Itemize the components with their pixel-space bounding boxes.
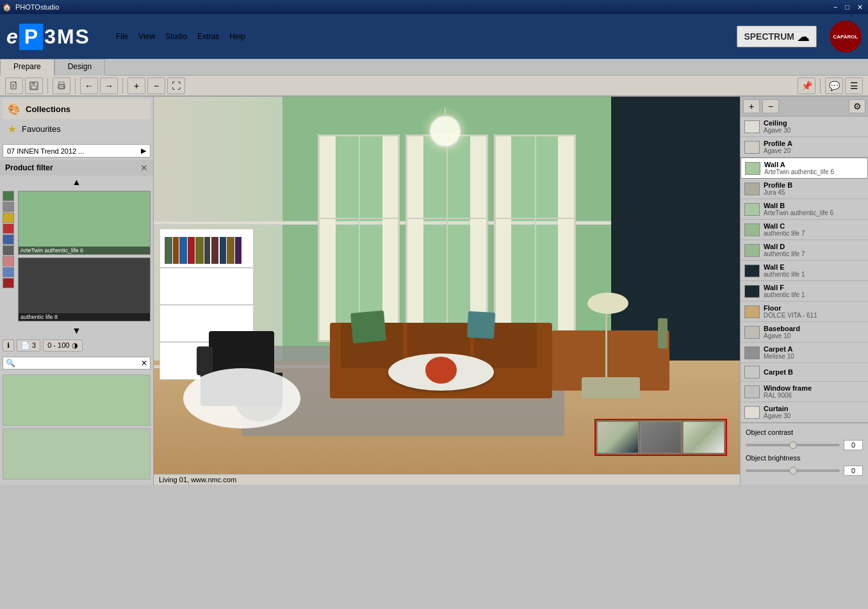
material-color-3 <box>744 183 760 195</box>
material-color-4 <box>744 203 760 216</box>
material-item-wall-c[interactable]: Wall Cauthentic life 7 <box>741 220 868 240</box>
texture-preview-2[interactable]: authentic life 8 <box>18 257 151 321</box>
info-button[interactable]: ℹ <box>3 339 14 352</box>
scene-chandelier <box>429 115 461 147</box>
svg-rect-2 <box>31 82 35 85</box>
material-item-window-frame[interactable]: Window frameRAL 9006 <box>741 382 868 402</box>
swatch-6[interactable] <box>3 245 14 256</box>
opacity-button[interactable]: 0 - 100 ◑ <box>43 339 82 352</box>
page-count-button[interactable]: 📄 3 <box>17 339 40 352</box>
material-item-wall-d[interactable]: Wall Dauthentic life 7 <box>741 240 868 261</box>
favourites-label: Favourites <box>22 124 61 134</box>
favourites-item[interactable]: ★ Favourites <box>3 119 151 139</box>
material-name-2: Wall A <box>764 161 834 168</box>
close-button[interactable]: ✕ <box>855 3 865 12</box>
material-color-1 <box>744 141 760 154</box>
scroll-up-button[interactable]: ▲ <box>0 175 153 188</box>
menu-studio[interactable]: Studio <box>160 31 192 42</box>
collection-dropdown[interactable]: 07 INNEN Trend 2012 ... ▶ <box>3 144 151 158</box>
material-item-wall-e[interactable]: Wall Eauthentic life 1 <box>741 261 868 281</box>
brightness-value[interactable]: 0 <box>844 466 863 476</box>
material-name-5: Wall C <box>764 222 805 230</box>
material-item-ceiling[interactable]: CeilingAgave 30 <box>741 117 868 137</box>
swatch-2[interactable] <box>3 202 14 212</box>
menu-view[interactable]: View <box>133 31 160 42</box>
svg-point-7 <box>63 85 64 86</box>
material-item-wall-f[interactable]: Wall Fauthentic life 1 <box>741 281 868 302</box>
material-sub-4: ArteTwin authentic_life 6 <box>764 209 833 216</box>
tab-design[interactable]: Design <box>54 59 105 76</box>
material-item-profile-b[interactable]: Profile BJura 45 <box>741 179 868 199</box>
curtain-1-right <box>382 136 398 340</box>
spectrum-logo: SPECTRUM ☁ <box>737 26 817 47</box>
swatch-5[interactable] <box>3 234 14 245</box>
collections-item[interactable]: 🎨 Collections <box>3 99 151 119</box>
scene-coffee-table <box>388 353 494 391</box>
caparol-label: CAPAROL <box>833 34 858 40</box>
material-sub-1: Agave 20 <box>764 147 792 154</box>
texture-preview-1[interactable]: ArteTwin authentic_life 6 <box>18 191 151 255</box>
swatch-3[interactable] <box>3 213 14 223</box>
remove-material-button[interactable]: − <box>762 99 779 113</box>
settings-button[interactable]: ⚙ <box>849 99 865 113</box>
material-sub-3: Jura 45 <box>764 189 792 196</box>
material-item-wall-b[interactable]: Wall BArteTwin authentic_life 6 <box>741 199 868 220</box>
save-button[interactable] <box>25 77 43 94</box>
swatch-1[interactable] <box>3 191 14 201</box>
zoom-in-button[interactable]: + <box>127 77 145 94</box>
window-1-hbar <box>320 218 398 219</box>
swatch-8[interactable] <box>3 267 14 277</box>
tab-prepare[interactable]: Prepare <box>0 59 54 76</box>
svg-rect-3 <box>31 86 37 89</box>
material-item-carpet-b[interactable]: Carpet B <box>741 363 868 382</box>
material-item-curtain[interactable]: CurtainAgave 30 <box>741 402 868 423</box>
contrast-slider[interactable] <box>746 444 840 446</box>
material-name-6: Wall D <box>764 243 805 250</box>
material-sub-10: Agave 10 <box>764 332 800 339</box>
search-input[interactable] <box>18 358 138 368</box>
back-button[interactable]: ← <box>80 77 98 94</box>
swatch-9[interactable] <box>3 278 14 288</box>
swatch-7[interactable] <box>3 256 14 266</box>
texture-label-1: ArteTwin authentic_life 6 <box>19 247 150 254</box>
window-1-vbar <box>359 136 360 340</box>
material-name-12: Carpet B <box>764 368 793 376</box>
material-name-10: Baseboard <box>764 325 800 332</box>
material-item-baseboard[interactable]: BaseboardAgave 10 <box>741 322 868 343</box>
minimize-button[interactable]: − <box>831 3 840 12</box>
material-sub-0: Agave 30 <box>764 127 790 134</box>
scene-window-2 <box>405 134 487 342</box>
maximize-button[interactable]: □ <box>842 3 852 12</box>
menu-help[interactable]: Help <box>224 31 250 42</box>
fullscreen-button[interactable]: ⛶ <box>167 77 185 94</box>
material-item-carpet-a[interactable]: Carpet AMelisse 10 <box>741 343 868 363</box>
product-filter-close[interactable]: ✕ <box>140 163 148 173</box>
brightness-slider[interactable] <box>746 469 840 472</box>
thumbnail-1[interactable] <box>597 421 639 453</box>
thumbnail-2[interactable] <box>640 421 682 453</box>
material-item-profile-a[interactable]: Profile AAgave 20 <box>741 137 868 158</box>
texture-list-item-2[interactable] <box>3 428 151 480</box>
menu-extras[interactable]: Extras <box>192 31 224 42</box>
zoom-out-button[interactable]: − <box>147 77 165 94</box>
menu-button[interactable]: ☰ <box>845 77 863 94</box>
curtain-2-left <box>407 136 423 340</box>
menu-file[interactable]: File <box>111 31 133 42</box>
forward-button[interactable]: → <box>100 77 118 94</box>
scroll-down-button[interactable]: ▼ <box>0 324 153 337</box>
material-item-floor[interactable]: FloorDOLCE VITA - 611 <box>741 302 868 322</box>
material-color-8 <box>744 285 760 298</box>
material-item-wall-a[interactable]: Wall AArteTwin authentic_life 6 <box>741 158 868 179</box>
pin-button[interactable]: 📌 <box>798 77 815 94</box>
search-clear-icon[interactable]: ✕ <box>138 357 150 369</box>
thumbnail-3[interactable] <box>683 421 725 453</box>
texture-list-item-1[interactable] <box>3 375 151 426</box>
swatch-4[interactable] <box>3 223 14 234</box>
print-button[interactable] <box>53 77 70 94</box>
material-color-14 <box>744 406 760 419</box>
add-material-button[interactable]: + <box>743 99 760 113</box>
new-button[interactable] <box>5 77 23 94</box>
comment-button[interactable]: 💬 <box>825 77 843 94</box>
dropdown-label: 07 INNEN Trend 2012 ... <box>7 147 84 155</box>
contrast-value[interactable]: 0 <box>844 440 863 450</box>
